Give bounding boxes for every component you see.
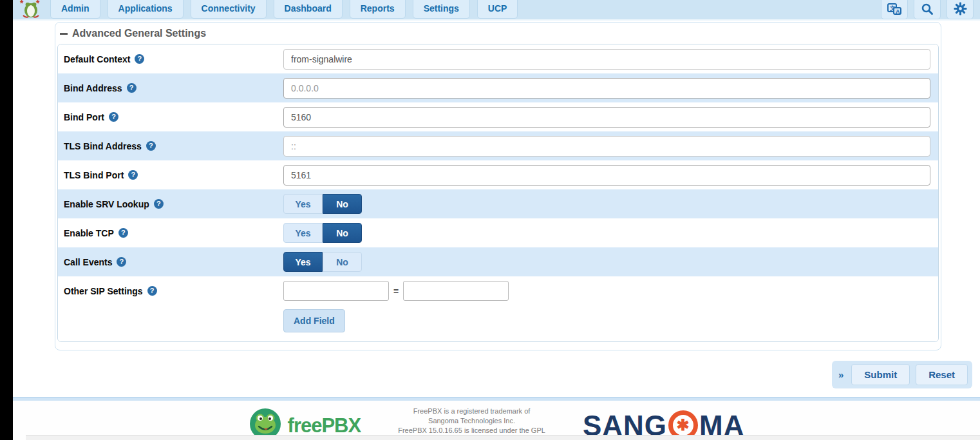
default-context-input[interactable]: [283, 49, 930, 70]
tls-bind-port-input[interactable]: [283, 165, 930, 186]
freepbx-frog-logo-icon[interactable]: * *: [19, 0, 42, 18]
bind-port-label: Bind Port: [64, 112, 104, 122]
help-icon[interactable]: ?: [147, 286, 157, 296]
section-header-advanced-general-settings[interactable]: Advanced General Settings: [57, 26, 939, 44]
help-icon[interactable]: ?: [128, 170, 138, 180]
tab-settings[interactable]: Settings: [413, 0, 470, 19]
enable-srv-lookup-label: Enable SRV Lookup: [64, 199, 149, 209]
collapse-minus-icon: [60, 33, 68, 35]
other-sip-key-input[interactable]: [283, 281, 389, 301]
row-bind-address: Bind Address ?: [58, 73, 938, 102]
enable-srv-lookup-no-button[interactable]: No: [323, 194, 362, 214]
tab-connectivity[interactable]: Connectivity: [191, 0, 267, 19]
enable-tcp-no-button[interactable]: No: [323, 223, 362, 243]
row-default-context: Default Context ?: [58, 44, 938, 73]
settings-panel: Advanced General Settings Default Contex…: [55, 22, 941, 350]
footer: freePBX FreePBX is a registered trademar…: [13, 401, 980, 440]
equals-sign: =: [393, 286, 399, 296]
language-translate-button[interactable]: 文 A: [881, 0, 908, 19]
svg-text:*: *: [20, 0, 24, 8]
help-icon[interactable]: ?: [146, 141, 156, 151]
add-field-button[interactable]: Add Field: [283, 309, 345, 332]
svg-text:A: A: [896, 8, 900, 15]
tls-bind-port-label: TLS Bind Port: [64, 170, 124, 180]
enable-tcp-toggle: Yes No: [283, 223, 362, 243]
form-actions-box: » Submit Reset: [832, 361, 972, 388]
row-other-sip-settings: Other SIP Settings ? =: [58, 276, 938, 305]
help-icon[interactable]: ?: [109, 112, 118, 122]
enable-srv-lookup-yes-button[interactable]: Yes: [283, 194, 323, 214]
call-events-no-button[interactable]: No: [323, 252, 362, 272]
screen-edge-black-strip: [0, 0, 13, 440]
tab-reports[interactable]: Reports: [350, 0, 406, 19]
other-sip-settings-label: Other SIP Settings: [64, 286, 143, 296]
tls-bind-address-label: TLS Bind Address: [64, 141, 142, 151]
bind-address-label: Bind Address: [64, 83, 122, 93]
settings-gear-button[interactable]: [947, 0, 974, 19]
help-icon[interactable]: ?: [135, 54, 144, 64]
legal-line: FreePBX is a registered trademark of: [398, 407, 545, 416]
settings-rows: Default Context ? Bind Address ? Bin: [57, 44, 939, 342]
tab-dashboard[interactable]: Dashboard: [274, 0, 343, 19]
call-events-yes-button[interactable]: Yes: [283, 252, 323, 272]
row-enable-srv-lookup: Enable SRV Lookup ? Yes No: [58, 189, 938, 218]
bottom-edge-strip: [26, 435, 980, 440]
submit-button[interactable]: Submit: [851, 364, 910, 385]
help-icon[interactable]: ?: [117, 257, 126, 267]
enable-srv-lookup-toggle: Yes No: [283, 194, 362, 214]
legal-line: FreePBX 15.0.16.65 is licensed under the…: [398, 426, 545, 435]
tab-applications[interactable]: Applications: [108, 0, 184, 19]
search-button[interactable]: [914, 0, 941, 19]
collapse-actions-chevron-icon[interactable]: »: [836, 369, 845, 380]
section-title: Advanced General Settings: [72, 28, 206, 39]
enable-tcp-label: Enable TCP: [64, 228, 114, 238]
translate-icon: 文 A: [887, 3, 901, 15]
form-actions: » Submit Reset: [13, 361, 972, 388]
search-icon: [921, 3, 934, 15]
row-add-field: Add Field: [58, 305, 938, 341]
tls-bind-address-input[interactable]: [283, 136, 930, 157]
call-events-label: Call Events: [64, 257, 112, 267]
bind-port-input[interactable]: [283, 107, 930, 128]
legal-line: Sangoma Technologies Inc.: [398, 416, 545, 426]
tab-ucp[interactable]: UCP: [477, 0, 518, 19]
row-enable-tcp: Enable TCP ? Yes No: [58, 218, 938, 247]
default-context-label: Default Context: [64, 54, 130, 64]
navbar-utility-icons: 文 A: [881, 0, 974, 18]
row-bind-port: Bind Port ?: [58, 102, 938, 131]
freepbx-page: * * Admin Applications Connectivity Dash…: [13, 0, 980, 440]
top-navbar: * * Admin Applications Connectivity Dash…: [13, 0, 980, 21]
help-icon[interactable]: ?: [127, 83, 137, 93]
freepbx-logo-text: freePBX: [288, 414, 361, 437]
call-events-toggle: Yes No: [283, 252, 362, 272]
other-sip-value-input[interactable]: [403, 281, 509, 301]
enable-tcp-yes-button[interactable]: Yes: [283, 223, 323, 243]
tab-admin[interactable]: Admin: [50, 0, 100, 19]
help-icon[interactable]: ?: [154, 199, 164, 209]
gear-icon: [954, 2, 967, 15]
main-menu: Admin Applications Connectivity Dashboar…: [50, 0, 518, 18]
help-icon[interactable]: ?: [118, 228, 128, 238]
row-tls-bind-port: TLS Bind Port ?: [58, 160, 938, 189]
row-call-events: Call Events ? Yes No: [58, 247, 938, 276]
bind-address-input[interactable]: [283, 78, 930, 99]
reset-button[interactable]: Reset: [916, 364, 968, 385]
row-tls-bind-address: TLS Bind Address ?: [58, 131, 938, 160]
